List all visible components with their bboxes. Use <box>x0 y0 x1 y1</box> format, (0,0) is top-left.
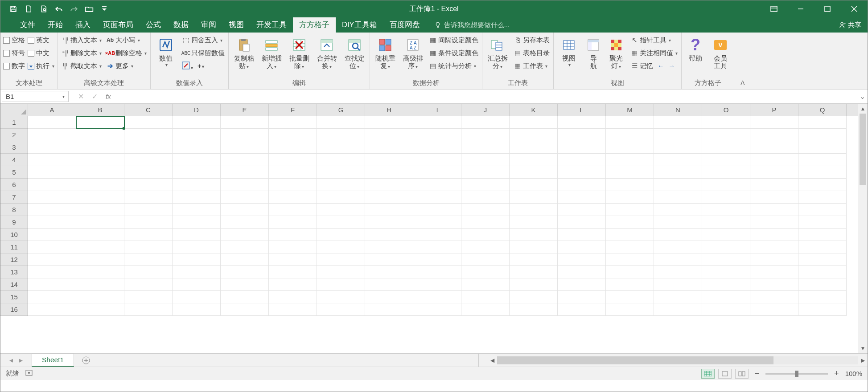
cell[interactable] <box>606 266 654 278</box>
cell[interactable] <box>76 291 124 303</box>
row-header[interactable]: 1 <box>0 116 28 129</box>
cell[interactable] <box>654 253 702 266</box>
sheet-splitter[interactable] <box>478 354 487 367</box>
cell[interactable] <box>124 166 173 179</box>
cell[interactable] <box>269 216 317 229</box>
cell[interactable] <box>124 154 173 166</box>
cell[interactable] <box>702 191 750 204</box>
cell[interactable] <box>269 129 317 141</box>
column-header[interactable]: N <box>654 104 702 116</box>
cell[interactable] <box>461 141 510 154</box>
column-header[interactable]: G <box>317 104 365 116</box>
column-header[interactable]: H <box>365 104 413 116</box>
cell[interactable] <box>76 166 124 179</box>
cell[interactable] <box>221 154 269 166</box>
cell[interactable] <box>606 154 654 166</box>
collapse-ribbon-icon[interactable]: ᐱ <box>734 77 751 89</box>
cell[interactable] <box>28 141 76 154</box>
horizontal-scrollbar[interactable]: ◀ ▶ <box>487 354 868 367</box>
arrow-left-icon[interactable]: ← <box>658 62 664 69</box>
cell[interactable] <box>510 291 558 303</box>
cell[interactable] <box>365 166 413 179</box>
row-header[interactable]: 9 <box>0 216 28 229</box>
cell[interactable] <box>558 141 606 154</box>
ribbon-display-options-icon[interactable] <box>761 0 787 17</box>
cell[interactable] <box>173 141 221 154</box>
cell[interactable] <box>654 141 702 154</box>
cell[interactable] <box>702 241 750 253</box>
column-header[interactable]: Q <box>798 104 847 116</box>
cell[interactable] <box>702 291 750 303</box>
round-button[interactable]: ⬚四舍五入▾ <box>181 34 226 46</box>
cell[interactable] <box>317 154 365 166</box>
cell[interactable] <box>28 278 76 291</box>
cell[interactable] <box>702 204 750 216</box>
zoom-level[interactable]: 100% <box>845 370 862 377</box>
scroll-right-icon[interactable]: ▶ <box>858 357 868 363</box>
cell[interactable] <box>413 303 461 316</box>
cell[interactable] <box>606 253 654 266</box>
cell[interactable] <box>124 303 173 316</box>
cell[interactable] <box>750 166 798 179</box>
cancel-formula-icon[interactable]: ✕ <box>78 92 84 101</box>
sheet-nav-next-icon[interactable]: ▸ <box>19 356 23 364</box>
ribbon-tab[interactable]: 视图 <box>222 17 250 33</box>
cell[interactable] <box>221 229 269 241</box>
cell[interactable] <box>413 253 461 266</box>
cell[interactable] <box>76 266 124 278</box>
vertical-scrollbar[interactable]: ▲ ▼ <box>858 104 868 353</box>
cell[interactable] <box>173 166 221 179</box>
cell[interactable] <box>221 129 269 141</box>
cell[interactable] <box>124 241 173 253</box>
cell[interactable] <box>269 141 317 154</box>
share-button[interactable]: 共享 <box>839 17 861 33</box>
cell[interactable] <box>365 291 413 303</box>
cell[interactable] <box>654 278 702 291</box>
cell[interactable] <box>461 204 510 216</box>
cell[interactable] <box>221 216 269 229</box>
cell[interactable] <box>173 303 221 316</box>
row-header[interactable]: 12 <box>0 253 28 266</box>
cell[interactable] <box>558 204 606 216</box>
qat-customize-icon[interactable] <box>99 4 109 14</box>
cell[interactable] <box>28 129 76 141</box>
cell[interactable] <box>124 179 173 191</box>
cell[interactable] <box>173 266 221 278</box>
cell[interactable] <box>750 266 798 278</box>
scroll-down-icon[interactable]: ▼ <box>858 343 868 353</box>
cell[interactable] <box>317 191 365 204</box>
cell[interactable] <box>413 241 461 253</box>
cell[interactable] <box>28 303 76 316</box>
confirm-formula-icon[interactable]: ✓ <box>92 92 98 101</box>
insert-text-button[interactable]: ⁺|ⁱ插入文本▾ <box>60 34 103 46</box>
cell[interactable] <box>413 141 461 154</box>
checkbox-symbol[interactable]: 符号 <box>3 47 25 59</box>
cell[interactable] <box>413 291 461 303</box>
cell[interactable] <box>76 116 124 129</box>
cell[interactable] <box>221 291 269 303</box>
cell[interactable] <box>798 216 847 229</box>
cell[interactable] <box>702 229 750 241</box>
row-header[interactable]: 3 <box>0 141 28 154</box>
name-box[interactable]: B1▾ <box>2 91 69 102</box>
ribbon-tab[interactable]: 数据 <box>167 17 195 33</box>
cell[interactable] <box>461 229 510 241</box>
tell-me-search[interactable]: 告诉我您想要做什么... <box>434 17 510 33</box>
row-header[interactable]: 2 <box>0 129 28 141</box>
cell[interactable] <box>76 303 124 316</box>
cell[interactable] <box>76 179 124 191</box>
cell[interactable] <box>221 266 269 278</box>
cell[interactable] <box>173 179 221 191</box>
fx-icon[interactable]: fx <box>106 93 111 100</box>
cell[interactable] <box>558 191 606 204</box>
redo-icon[interactable] <box>69 4 79 14</box>
cell[interactable] <box>461 191 510 204</box>
cell[interactable] <box>221 141 269 154</box>
cell[interactable] <box>510 166 558 179</box>
cell[interactable] <box>510 278 558 291</box>
cell[interactable] <box>76 154 124 166</box>
case-button[interactable]: Ab大小写▾ <box>105 34 148 46</box>
zoom-slider[interactable] <box>765 373 828 375</box>
cell[interactable] <box>606 129 654 141</box>
cell[interactable] <box>510 266 558 278</box>
